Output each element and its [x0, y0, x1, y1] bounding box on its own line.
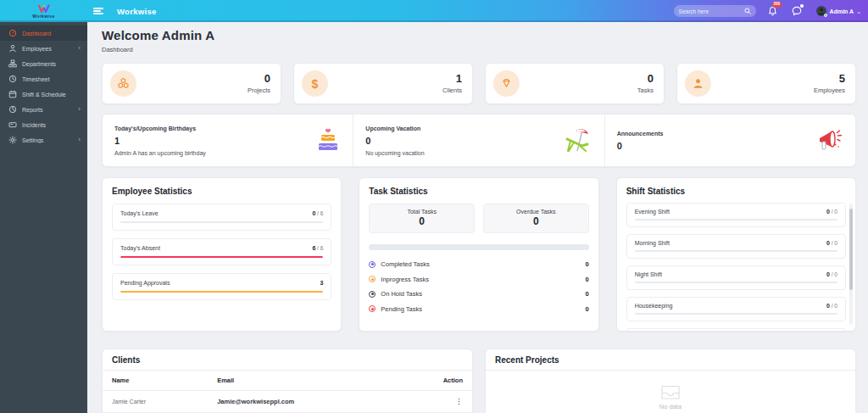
page-title: Welcome Admin A — [102, 28, 856, 42]
sidebar-item-label: Shift & Schedule — [22, 92, 81, 98]
total-tasks-value: 0 — [370, 215, 474, 227]
stat-cards-row: 0 Projects $ 1 Clients 0 Tasks — [102, 63, 856, 104]
message-alert-dot — [800, 4, 804, 8]
chevron-right-icon: › — [78, 106, 81, 113]
chevron-right-icon: › — [78, 137, 81, 143]
clients-title: Clients — [103, 349, 472, 371]
stat-row-label: Pending Approvals — [120, 280, 170, 286]
no-data-text: No data — [659, 403, 682, 410]
bell-icon — [768, 6, 777, 16]
clock-icon — [8, 75, 17, 83]
main-content: Welcome Admin A Dashboard 0 Projects $ 1… — [87, 22, 868, 413]
legend-value: 0 — [585, 290, 588, 298]
sidebar-item-label: Employees — [22, 46, 78, 52]
sidebar-nav: Dashboard Employees › Departments Timesh… — [0, 22, 87, 413]
shift-row-test-shift-1[interactable]: Test Shift 1 0 / 0 — [626, 328, 846, 332]
projects-cubes-icon — [110, 70, 136, 97]
inprogress-dot-icon — [369, 276, 376, 282]
shift-row-morning[interactable]: Morning Shift 0 / 0 — [626, 234, 846, 259]
user-profile-menu[interactable]: Admin A ⌄ — [816, 6, 861, 16]
menu-toggle-button[interactable] — [93, 8, 103, 14]
search-input[interactable] — [679, 8, 744, 14]
info-cards-row: Today's/Upcoming Birthdays 1 Admin A has… — [102, 114, 856, 167]
employee-person-icon — [685, 70, 711, 97]
app-title: Workwise — [117, 7, 157, 16]
stat-label: Employees — [814, 87, 845, 94]
shift-row-night[interactable]: Night Shift 0 / 0 — [626, 265, 846, 290]
sidebar-item-employees[interactable]: Employees › — [0, 41, 87, 56]
completed-dot-icon — [369, 261, 376, 268]
notifications-button[interactable]: 209 — [768, 6, 777, 16]
logo-wordmark: Workwise — [32, 14, 54, 19]
column-header-email: Email — [217, 377, 410, 384]
recent-projects-title: Recent Projects — [486, 349, 855, 371]
sidebar-item-reports[interactable]: Reports › — [0, 102, 87, 117]
vacation-subtitle: No upcoming vacation — [365, 150, 424, 156]
employee-statistics-title: Employee Statistics — [112, 187, 331, 196]
employee-stat-pending-approvals[interactable]: Pending Approvals 3 — [112, 273, 331, 300]
stat-card-projects[interactable]: 0 Projects — [102, 63, 281, 104]
task-statistics-card: Task Statistics Total Tasks 0 Overdue Ta… — [359, 177, 598, 332]
shift-label: Night Shift — [635, 271, 662, 277]
shift-row-evening[interactable]: Evening Shift 0 / 0 — [626, 203, 846, 227]
kebab-menu-icon[interactable]: ⋮ — [410, 398, 463, 405]
stat-card-clients[interactable]: $ 1 Clients — [293, 63, 473, 104]
sidebar-item-label: Settings — [22, 137, 78, 143]
birthdays-count: 1 — [114, 136, 206, 146]
statistics-row: Employee Statistics Today's Leave 0 / 6 … — [102, 177, 856, 332]
shift-row-housekeeping[interactable]: Housekeeping 0 / 0 — [626, 297, 846, 321]
tasks-progress-bar — [369, 244, 588, 250]
gear-icon — [8, 136, 17, 144]
employee-stat-todays-absent[interactable]: Today's Absent 6 / 6 — [112, 238, 331, 265]
sidebar-item-label: Dashboard — [22, 31, 81, 36]
top-header: Workwise Workwise 209 Admin A ⌄ — [0, 0, 868, 22]
vacation-card[interactable]: Upcoming Vacation 0 No upcoming vacation — [353, 114, 604, 166]
total-tasks-label: Total Tasks — [370, 209, 474, 215]
dashboard-icon — [8, 29, 17, 37]
shift-label: Housekeeping — [635, 303, 673, 309]
client-table-row[interactable]: Jamie Carter Jamie@workwiseppl.com ⋮ — [103, 391, 472, 413]
stat-card-employees[interactable]: 5 Employees — [676, 63, 856, 104]
announcements-title: Announcements — [617, 131, 664, 137]
empty-state: No data — [486, 371, 855, 413]
sidebar-item-settings[interactable]: Settings › — [0, 132, 87, 148]
legend-value: 0 — [585, 260, 588, 268]
birthdays-card[interactable]: Today's/Upcoming Birthdays 1 Admin A has… — [103, 114, 353, 166]
legend-label: Pending Tasks — [381, 305, 585, 313]
vacation-title: Upcoming Vacation — [365, 126, 424, 131]
chevron-down-icon: ⌄ — [856, 8, 861, 14]
sidebar-item-label: Incidents — [22, 122, 81, 128]
pending-dot-icon — [369, 305, 376, 312]
legend-row-completed: Completed Tasks 0 — [369, 260, 588, 268]
chevron-right-icon: › — [78, 45, 81, 52]
overdue-tasks-box: Overdue Tasks 0 — [483, 204, 589, 233]
sidebar-item-incidents[interactable]: Incidents — [0, 117, 87, 132]
calendar-icon — [8, 90, 17, 98]
birthdays-subtitle: Admin A has an upcoming birthday — [114, 150, 206, 156]
sidebar-item-timesheet[interactable]: Timesheet — [0, 71, 87, 87]
messages-button[interactable] — [792, 6, 802, 16]
sidebar-item-departments[interactable]: Departments — [0, 56, 87, 71]
stat-card-tasks[interactable]: 0 Tasks — [485, 63, 665, 104]
sidebar-item-label: Departments — [22, 61, 81, 67]
legend-label: Completed Tasks — [381, 260, 585, 268]
notification-count-badge: 209 — [772, 2, 782, 8]
dollar-icon: $ — [302, 70, 328, 97]
app-logo[interactable]: Workwise — [0, 0, 87, 22]
online-status-dot — [824, 14, 827, 17]
gem-icon — [493, 70, 520, 97]
legend-row-pending: Pending Tasks 0 — [369, 305, 588, 313]
sidebar-item-dashboard[interactable]: Dashboard — [0, 25, 87, 41]
employee-stat-todays-leave[interactable]: Today's Leave 0 / 6 — [112, 204, 331, 231]
sidebar-item-label: Timesheet — [22, 76, 81, 82]
sidebar-item-shift-schedule[interactable]: Shift & Schedule — [0, 87, 87, 102]
announcements-card[interactable]: Announcements 0 — [605, 114, 855, 166]
global-search[interactable] — [674, 5, 756, 17]
overdue-tasks-label: Overdue Tasks — [484, 209, 588, 215]
stat-value: 5 — [814, 73, 845, 85]
stat-label: Clients — [442, 87, 462, 94]
scrollbar-thumb[interactable] — [849, 209, 853, 290]
progress-track — [120, 291, 323, 293]
bottom-row: Clients Name Email Action Jamie Carter J… — [102, 349, 856, 413]
sidebar-item-label: Reports — [22, 107, 78, 113]
